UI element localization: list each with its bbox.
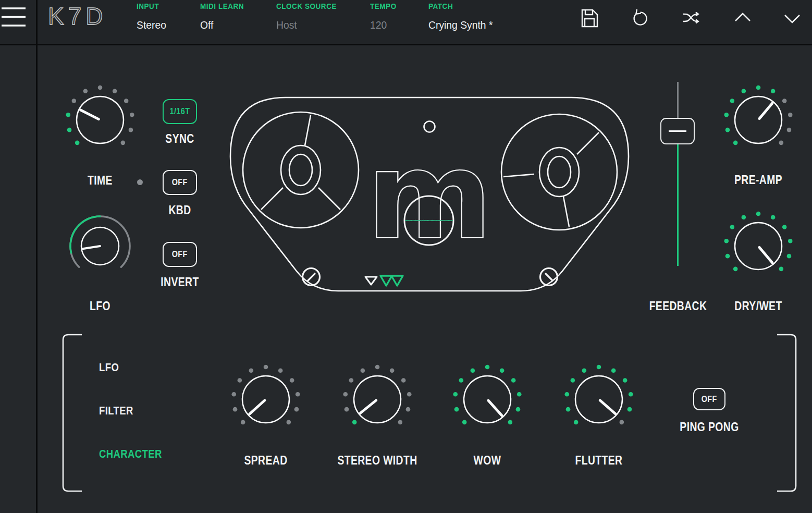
- hamburger-icon: [0, 0, 36, 44]
- invert-button[interactable]: OFF: [163, 242, 197, 267]
- chevron-down-icon: [781, 7, 804, 30]
- wow-knob[interactable]: [448, 360, 526, 438]
- tempo-label: TEMPO: [370, 2, 397, 10]
- lfo-knob-label: LFO: [52, 299, 149, 313]
- feedback-track-lower: [677, 144, 679, 266]
- sync-button-value: 1/16T: [169, 106, 190, 117]
- kbd-label: KBD: [132, 203, 228, 217]
- wow-knob-label: WOW: [439, 454, 536, 468]
- flutter-knob-label: FLUTTER: [551, 454, 647, 468]
- midi-learn-label: MIDI LEARN: [200, 2, 244, 10]
- plugin-window: K7D INPUT Stereo MIDI LEARN Off CLOCK SO…: [0, 0, 812, 513]
- time-mod-dot: [137, 179, 143, 185]
- randomize-button[interactable]: [680, 7, 703, 30]
- ping-pong-button[interactable]: OFF: [693, 388, 725, 410]
- feedback-slider-handle[interactable]: [660, 118, 695, 144]
- drywet-knob[interactable]: [719, 207, 797, 285]
- invert-button-value: OFF: [172, 249, 188, 260]
- sync-button[interactable]: 1/16T: [163, 99, 197, 124]
- tape-deck-graphic: m: [219, 83, 646, 302]
- stereo-width-knob[interactable]: [338, 360, 416, 438]
- preamp-knob-label: PRE-AMP: [710, 173, 807, 187]
- sync-label: SYNC: [132, 132, 228, 146]
- app-logo: K7D: [48, 2, 107, 30]
- patch-label: PATCH: [428, 2, 453, 10]
- time-knob-label: TIME: [52, 174, 149, 188]
- menu-button[interactable]: [0, 0, 36, 44]
- right-reel: [501, 114, 617, 230]
- feedback-slider[interactable]: [660, 78, 696, 318]
- clock-source-label: CLOCK SOURCE: [276, 2, 337, 10]
- stereo-width-knob-label: STEREO WIDTH: [329, 454, 426, 468]
- chevron-up-icon: [731, 7, 754, 30]
- flutter-knob[interactable]: [560, 360, 638, 438]
- undo-icon: [629, 7, 651, 30]
- left-tape-guide: [303, 268, 320, 286]
- patch-value[interactable]: Crying Synth *: [428, 19, 493, 31]
- time-knob[interactable]: [61, 81, 139, 159]
- shuffle-icon: [680, 7, 703, 30]
- ping-pong-label: PING PONG: [661, 420, 758, 434]
- tab-filter[interactable]: FILTER: [99, 404, 174, 420]
- waveform-line: [405, 220, 453, 221]
- save-button[interactable]: [578, 7, 601, 30]
- tempo-value[interactable]: 120: [370, 19, 387, 31]
- preamp-knob[interactable]: [719, 81, 797, 159]
- save-icon: [578, 7, 601, 30]
- previous-patch-button[interactable]: [731, 7, 754, 30]
- topbar-divider: [0, 44, 812, 45]
- tape-head-markers-icon: [380, 276, 403, 286]
- next-patch-button[interactable]: [781, 7, 804, 30]
- kbd-button[interactable]: OFF: [163, 170, 197, 195]
- clock-source-value[interactable]: Host: [276, 19, 297, 31]
- playhead-marker-icon: [365, 277, 377, 285]
- section-bracket-right: [773, 332, 799, 494]
- sidebar-divider: [36, 0, 38, 513]
- spread-knob[interactable]: [227, 360, 305, 438]
- input-value[interactable]: Stereo: [137, 19, 166, 31]
- midi-learn-value[interactable]: Off: [200, 19, 213, 31]
- spread-knob-label: SPREAD: [218, 454, 314, 468]
- lfo-knob[interactable]: [61, 207, 139, 285]
- kbd-button-value: OFF: [172, 177, 188, 188]
- ping-pong-button-value: OFF: [702, 394, 717, 405]
- invert-label: INVERT: [132, 275, 228, 289]
- input-label: INPUT: [137, 2, 159, 10]
- undo-button[interactable]: [629, 7, 651, 30]
- tab-lfo[interactable]: LFO: [99, 361, 174, 376]
- feedback-track-upper: [677, 82, 679, 118]
- drywet-knob-label: DRY/WET: [710, 299, 807, 313]
- tab-character[interactable]: CHARACTER: [99, 447, 174, 463]
- left-reel: [243, 112, 359, 228]
- section-bracket-left: [60, 332, 86, 494]
